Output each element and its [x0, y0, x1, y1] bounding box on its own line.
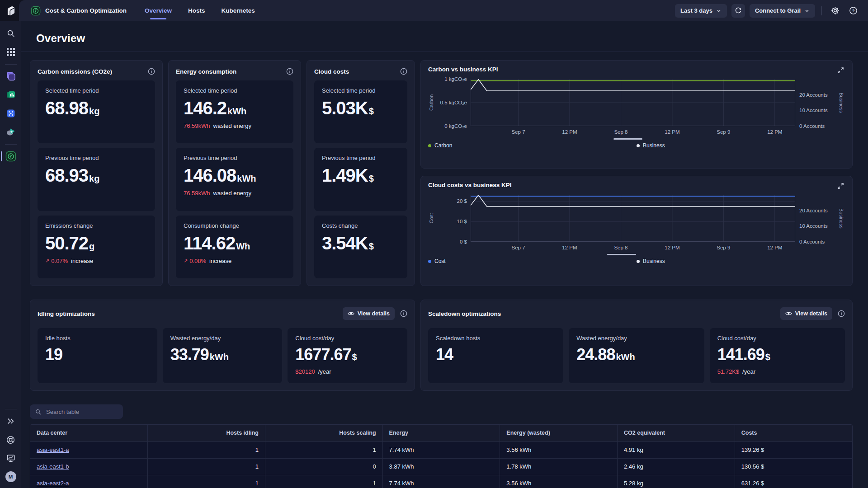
metric-value: 24.88 — [576, 346, 615, 363]
dynatrace-logo[interactable] — [0, 0, 21, 21]
card-title: Scaledown optimizations — [428, 310, 501, 317]
y-axis-title: Carbon — [428, 79, 434, 126]
metric-subtext: 76.59kWh wasted energy — [184, 122, 286, 129]
card-title: Cloud costs — [314, 68, 349, 75]
settings-gear-button[interactable] — [828, 4, 842, 18]
lifebuoy-icon — [6, 435, 15, 445]
legend-item[interactable]: Business — [637, 258, 845, 264]
user-menu-button[interactable]: M — [0, 470, 21, 483]
view-details-label: View details — [358, 310, 390, 317]
metric-tile: Wasted energy/day 33.79kWh — [163, 328, 283, 383]
tab-label: Hosts — [188, 7, 205, 14]
table-cell: 3.56 kWh — [500, 441, 618, 458]
topbar-tab[interactable]: Overview — [145, 0, 172, 21]
topbar-divider — [821, 6, 822, 15]
info-icon[interactable] — [148, 68, 155, 75]
right-axis-ticks: 20 Accounts10 Accounts0 Accounts — [795, 79, 838, 126]
column-header-hosts-idling[interactable]: Hosts idling — [148, 425, 265, 441]
info-icon[interactable] — [838, 310, 845, 317]
legend-item[interactable]: Cost — [428, 258, 637, 264]
search-table-input[interactable] — [45, 408, 118, 416]
metric-tile: Cloud cost/day 141.69$ 51.72K$ /year — [710, 328, 845, 383]
sidebar-item-workflows-app[interactable] — [0, 125, 21, 139]
info-icon[interactable] — [400, 310, 407, 317]
table-cell: 7.74 kWh — [382, 475, 500, 488]
sidebar-expand-button[interactable] — [0, 414, 21, 428]
table-cell: 130.56 $ — [735, 458, 852, 475]
info-icon[interactable] — [400, 68, 407, 75]
metric-unit: kWh — [616, 352, 635, 362]
metric-tile: Idle hosts 19 — [38, 328, 157, 383]
view-details-button[interactable]: View details — [343, 307, 395, 320]
table-row[interactable]: asia-east2-a117.74 kWh3.56 kWh5.28 kg631… — [30, 475, 852, 488]
sidebar-item-carbon-app-active[interactable] — [0, 150, 21, 163]
metric-unit: $ — [369, 241, 374, 252]
workflows-app-icon — [5, 127, 16, 137]
tab-label: Kubernetes — [222, 7, 255, 14]
sidebar-item-smartscape-app[interactable] — [0, 107, 21, 120]
chart-legend: CostBusiness — [428, 258, 845, 264]
metric-label: Previous time period — [322, 155, 400, 161]
column-header-data-center[interactable]: Data center — [30, 425, 148, 441]
legend-item[interactable]: Carbon — [428, 142, 637, 149]
metric-unit: kg — [89, 174, 99, 184]
view-details-button[interactable]: View details — [780, 307, 832, 320]
chart-scroll-track — [471, 137, 795, 141]
chart-scrollbar[interactable] — [613, 138, 642, 140]
table-cell: 2.46 kg — [618, 458, 735, 475]
table-cell: 4.91 kg — [618, 441, 735, 458]
metric-label: Wasted energy/day — [170, 335, 275, 342]
metric-subtext: $20120 /year — [295, 368, 400, 375]
carbon-app-icon — [5, 151, 16, 162]
metric-label: Previous time period — [184, 155, 286, 161]
subtext-label: wasted energy — [213, 122, 252, 129]
table-cell: 1 — [148, 458, 265, 475]
sidebar-item-dashboards-app[interactable] — [0, 88, 21, 102]
column-header-energy-wasted[interactable]: Energy (wasted) — [500, 425, 618, 441]
table-cell: 631.26 $ — [735, 475, 852, 488]
table-cell: 5.28 kg — [618, 475, 735, 488]
column-header-costs[interactable]: Costs — [735, 425, 852, 441]
connect-to-grail-button[interactable]: Connect to Grail — [750, 4, 815, 18]
x-axis-tick-label: Sep 7 — [512, 245, 525, 250]
page-title: Overview — [36, 32, 853, 45]
sidebar-item-clouds-app[interactable] — [0, 70, 21, 83]
refresh-button[interactable] — [731, 4, 745, 18]
column-header-hosts-scaling[interactable]: Hosts scaling — [265, 425, 382, 441]
right-axis-title: Business — [838, 79, 845, 126]
topbar-tab[interactable]: Kubernetes — [222, 0, 255, 21]
help-button[interactable]: ? — [846, 4, 860, 18]
chart-scrollbar[interactable] — [607, 254, 636, 255]
app-launcher-button[interactable] — [0, 45, 21, 59]
column-header-co2-equivalent[interactable]: CO2 equivalent — [618, 425, 735, 441]
metric-change: ↗ 0.08% increase — [184, 258, 286, 264]
table-cell: 3.87 kWh — [382, 458, 500, 475]
search-button[interactable] — [0, 27, 21, 40]
legend-item[interactable]: Business — [637, 142, 845, 149]
chart-plot-area[interactable] — [471, 79, 795, 126]
connect-grail-label: Connect to Grail — [755, 7, 801, 14]
table-row[interactable]: asia-east1-a117.74 kWh3.56 kWh4.91 kg139… — [30, 441, 852, 458]
axis-tick-label: 1 kgCO₂e — [444, 75, 467, 83]
optimization-card: Idling optimizations View details — [30, 300, 415, 391]
chevrons-right-icon — [7, 418, 15, 425]
info-icon[interactable] — [286, 68, 293, 75]
expand-chart-button[interactable] — [836, 182, 845, 190]
column-header-energy[interactable]: Energy — [382, 425, 500, 441]
topbar-tab[interactable]: Hosts — [188, 0, 205, 21]
sidebar-support-button[interactable] — [0, 433, 21, 446]
table-cell: 0 — [265, 458, 382, 475]
datacenter-link[interactable]: asia-east2-a — [37, 480, 69, 487]
sidebar-usage-button[interactable] — [0, 451, 21, 465]
kpi-card: Cloud costs Selected time period 5.03K$ — [307, 60, 415, 286]
datacenter-link[interactable]: asia-east1-b — [37, 463, 69, 470]
wasted-value: 76.59kWh — [184, 190, 210, 197]
time-range-selector[interactable]: Last 3 days — [675, 4, 727, 18]
svg-text:?: ? — [852, 8, 854, 13]
chart-plot-area[interactable] — [471, 195, 795, 242]
metric-unit: $ — [369, 106, 374, 117]
table-row[interactable]: asia-east1-b103.87 kWh1.78 kWh2.46 kg130… — [30, 458, 852, 475]
table-header-row: Data centerHosts idlingHosts scalingEner… — [30, 425, 852, 441]
datacenter-link[interactable]: asia-east1-a — [37, 446, 69, 453]
expand-chart-button[interactable] — [836, 66, 845, 75]
